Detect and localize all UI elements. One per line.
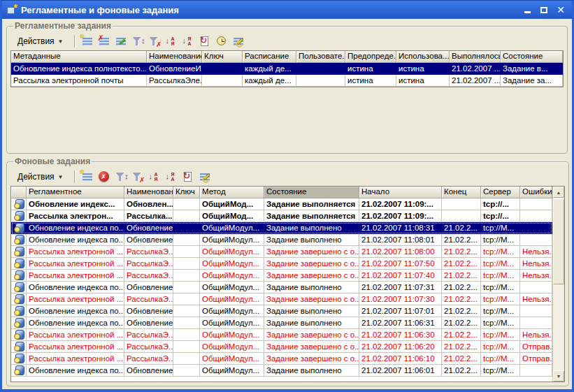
background-jobs-table-header: РегламентноеНаименован...КлючМетодСостоя…	[11, 187, 552, 198]
clear-filter-icon[interactable]: ✗	[148, 34, 162, 48]
table-cell: 21.02.2007 11:09:...	[359, 198, 442, 210]
column-header[interactable]: Использова...	[396, 51, 450, 63]
vertical-scrollbar[interactable]: ▲ ▼	[552, 187, 564, 382]
scheduled-jobs-group-title: Регламентные задания	[13, 21, 113, 31]
table-cell	[173, 365, 200, 377]
table-row[interactable]: Обновление индекса по...Обновление...Общ…	[11, 317, 552, 329]
scrollbar-track[interactable]	[553, 198, 564, 370]
column-header[interactable]: Состояние	[501, 51, 563, 63]
table-cell: tcp://M...	[481, 270, 520, 282]
refresh-icon[interactable]: ↻	[198, 34, 213, 48]
list-settings-icon[interactable]	[198, 170, 213, 184]
client-area: Регламентные задания Действия ▼ * ✗ ↕ ✗ …	[2, 19, 572, 389]
table-cell: РассылкаЭ...	[124, 329, 173, 341]
table-cell: Задание выполнено	[264, 317, 359, 329]
table-cell: tcp://M...	[481, 305, 520, 317]
edit-icon[interactable]	[114, 34, 129, 48]
column-header[interactable]: Состояние	[264, 187, 359, 198]
table-cell: Задание выполнено	[264, 234, 359, 246]
table-cell: ОбщийМодул...	[200, 341, 264, 353]
table-row[interactable]: Рассылка электронной ...РассылкаЭ...Общи…	[11, 270, 552, 282]
table-row[interactable]: Обновление индекс...Обновлен...ОбщийМод.…	[11, 198, 552, 210]
column-header[interactable]: Ошибки	[520, 187, 552, 198]
table-row[interactable]: Обновление индекса полнотексто...Обновле…	[11, 63, 563, 75]
table-row[interactable]: Обновление индекса по...Обновление...Общ…	[11, 234, 552, 246]
table-cell	[173, 246, 200, 258]
background-jobs-group: Фоновые задания Действия ▼ * ✗ ↕ ✗ ↓АЯ ↓…	[6, 157, 569, 386]
filter-settings-icon[interactable]: ↕	[131, 34, 145, 48]
cancel-job-icon[interactable]: ✗	[97, 170, 112, 184]
table-cell: 21.02.2007 11:06:20	[359, 341, 442, 353]
table-cell: Обновление индекса полнотексто...	[11, 63, 147, 75]
column-header[interactable]: Предопреде...	[345, 51, 396, 63]
column-header[interactable]: Метод	[200, 187, 264, 198]
column-header[interactable]: Расписание	[243, 51, 296, 63]
table-cell	[520, 305, 552, 317]
clear-filter-icon[interactable]: ✗	[131, 170, 145, 184]
column-header[interactable]: Сервер	[481, 187, 520, 198]
table-row[interactable]: Рассылка электронной ...РассылкаЭ...Общи…	[11, 246, 552, 258]
schedule-icon[interactable]	[215, 34, 229, 48]
close-button[interactable]: ✕	[555, 4, 566, 15]
table-cell: 21.02.2...	[442, 246, 481, 258]
table-row[interactable]: Рассылка электронной ...РассылкаЭ...Общи…	[11, 293, 552, 305]
column-header[interactable]: Ключ	[202, 51, 243, 63]
table-row[interactable]: Рассылка электронной почтыРассылкаЭле...…	[11, 75, 563, 87]
sort-desc-icon[interactable]: ↓ЯА	[181, 34, 196, 48]
table-row[interactable]: Обновление индекса по...Обновление...Общ…	[11, 365, 552, 377]
delete-icon[interactable]: ✗	[97, 34, 112, 48]
column-header[interactable]	[11, 187, 27, 198]
column-header[interactable]: Ключ	[173, 187, 200, 198]
maximize-button[interactable]	[538, 4, 550, 15]
background-job-icon	[14, 270, 24, 280]
scrollbar-down-icon[interactable]: ▼	[553, 370, 564, 382]
refresh-icon[interactable]: ↻	[181, 170, 196, 184]
column-header[interactable]: Начало	[359, 187, 442, 198]
column-header[interactable]: Наименование	[147, 51, 202, 63]
scrollbar-thumb[interactable]	[553, 198, 564, 284]
background-job-icon	[14, 235, 24, 245]
table-row[interactable]: Обновление индекса по...Обновление...Общ…	[11, 282, 552, 293]
table-cell	[11, 282, 27, 293]
table-row[interactable]: Рассылка электронной ...РассылкаЭ...Общи…	[11, 329, 552, 341]
filter-settings-icon[interactable]: ↕	[114, 170, 129, 184]
table-cell: ОбщийМодул...	[200, 329, 264, 341]
column-header[interactable]: Метаданные	[11, 51, 147, 63]
table-row[interactable]: Рассылка электрон...Рассылка...ОбщийМод.…	[11, 210, 552, 222]
sort-asc-icon[interactable]: ↓АЯ	[164, 34, 179, 48]
column-header[interactable]: Пользовате...	[296, 51, 345, 63]
titlebar[interactable]: * Регламентные и фоновые задания ✕	[2, 1, 572, 19]
list-settings-icon[interactable]	[231, 34, 246, 48]
table-cell	[520, 198, 552, 210]
background-job-icon	[14, 318, 24, 328]
scrollbar-up-icon[interactable]: ▲	[553, 187, 564, 198]
table-cell: РассылкаЭ...	[124, 341, 173, 353]
column-header[interactable]: Регламентное	[27, 187, 124, 198]
background-jobs-table: РегламентноеНаименован...КлючМетодСостоя…	[10, 186, 565, 382]
chevron-down-icon: ▼	[58, 174, 64, 180]
table-cell	[11, 222, 27, 234]
table-cell: Обновление...	[124, 234, 173, 246]
table-row[interactable]: Рассылка электронной ...РассылкаЭ...Общи…	[11, 353, 552, 365]
background-job-icon	[14, 365, 24, 375]
add-icon[interactable]: *	[80, 34, 95, 48]
sort-asc-icon[interactable]: ↓АЯ	[148, 170, 162, 184]
actions-button[interactable]: Действия ▼	[12, 170, 69, 184]
table-cell: 21.02.2...	[442, 353, 481, 365]
column-header[interactable]: Выполнялось	[450, 51, 501, 63]
table-cell	[442, 198, 481, 210]
table-cell	[173, 317, 200, 329]
sort-desc-icon[interactable]: ↓ЯА	[164, 170, 179, 184]
actions-button[interactable]: Действия ▼	[12, 34, 69, 48]
add-icon[interactable]: *	[80, 170, 95, 184]
table-row[interactable]: Обновление индекса по...Обновление...Общ…	[11, 222, 552, 234]
table-row[interactable]: Рассылка электронной ...РассылкаЭ...Общи…	[11, 341, 552, 353]
scheduled-jobs-table: МетаданныеНаименованиеКлючРасписаниеПоль…	[10, 50, 564, 87]
minimize-button[interactable]	[522, 4, 533, 15]
column-header[interactable]: Наименован...	[124, 187, 173, 198]
column-header[interactable]: Конец	[442, 187, 481, 198]
table-cell: Обновление...	[124, 365, 173, 377]
table-cell	[11, 198, 27, 210]
table-row[interactable]: Рассылка электронной ...РассылкаЭ...Общи…	[11, 258, 552, 270]
table-row[interactable]: Обновление индекса по...Обновление...Общ…	[11, 305, 552, 317]
